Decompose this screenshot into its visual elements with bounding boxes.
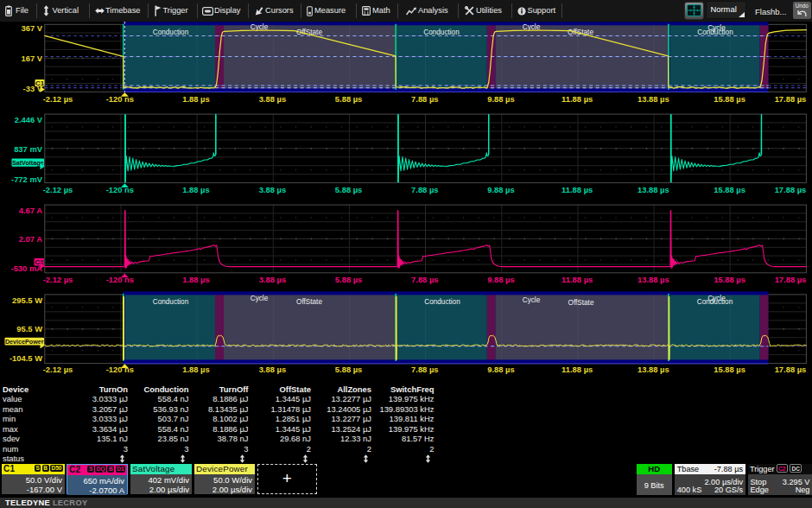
svg-text:2.446 V: 2.446 V — [15, 115, 43, 124]
svg-text:-2.12 µs: -2.12 µs — [43, 365, 73, 374]
svg-text:17.88 µs: 17.88 µs — [775, 185, 807, 194]
svg-text:7.88 µs: 7.88 µs — [411, 94, 438, 104]
svg-text:3.88 µs: 3.88 µs — [259, 275, 286, 284]
svg-text:-2.12 µs: -2.12 µs — [43, 94, 73, 104]
svg-text:1.88 µs: 1.88 µs — [182, 365, 209, 374]
svg-text:17.88 µs: 17.88 µs — [775, 94, 807, 104]
svg-text:-120 ns: -120 ns — [106, 185, 134, 194]
svg-text:837 mV: 837 mV — [14, 144, 43, 154]
svg-text:5.88 µs: 5.88 µs — [335, 365, 362, 374]
svg-text:13.88 µs: 13.88 µs — [638, 94, 669, 104]
svg-text:-2.12 µs: -2.12 µs — [43, 185, 73, 194]
svg-text:Conduction: Conduction — [153, 29, 189, 36]
svg-text:17.88 µs: 17.88 µs — [775, 275, 807, 284]
svg-text:Conduction: Conduction — [153, 298, 189, 306]
svg-text:-772 mV: -772 mV — [11, 175, 43, 184]
svg-text:Conduction: Conduction — [697, 298, 733, 306]
svg-text:7.88 µs: 7.88 µs — [411, 275, 438, 284]
svg-text:15.88 µs: 15.88 µs — [714, 94, 745, 104]
svg-text:-120 ns: -120 ns — [106, 275, 134, 284]
svg-text:2.07 A: 2.07 A — [19, 234, 43, 244]
svg-text:11.88 µs: 11.88 µs — [561, 365, 593, 374]
svg-text:5.88 µs: 5.88 µs — [335, 275, 362, 284]
svg-text:13.88 µs: 13.88 µs — [638, 365, 669, 374]
svg-text:15.88 µs: 15.88 µs — [714, 365, 745, 374]
svg-text:9.88 µs: 9.88 µs — [487, 365, 514, 374]
svg-text:C1: C1 — [35, 79, 45, 87]
svg-text:367 V: 367 V — [22, 23, 43, 33]
svg-text:-120 ns: -120 ns — [106, 94, 134, 104]
svg-text:1.88 µs: 1.88 µs — [182, 275, 209, 284]
svg-text:13.88 µs: 13.88 µs — [638, 275, 669, 284]
svg-text:95.5 W: 95.5 W — [16, 324, 42, 333]
svg-text:-104.5 W: -104.5 W — [10, 353, 42, 363]
svg-text:11.88 µs: 11.88 µs — [561, 185, 593, 194]
svg-text:DevicePower: DevicePower — [5, 338, 44, 346]
svg-text:13.88 µs: 13.88 µs — [638, 185, 669, 194]
svg-text:11.88 µs: 11.88 µs — [561, 275, 593, 284]
svg-text:15.88 µs: 15.88 µs — [714, 185, 745, 194]
svg-text:9.88 µs: 9.88 µs — [487, 275, 514, 284]
svg-text:15.88 µs: 15.88 µs — [714, 275, 745, 284]
svg-text:7.88 µs: 7.88 µs — [411, 365, 438, 374]
svg-text:Cycle: Cycle — [523, 296, 541, 304]
svg-text:11.88 µs: 11.88 µs — [561, 94, 593, 104]
svg-text:167 V: 167 V — [22, 54, 43, 63]
svg-text:295.5 W: 295.5 W — [12, 295, 42, 305]
svg-text:Conduction: Conduction — [423, 29, 460, 36]
svg-text:9.88 µs: 9.88 µs — [487, 185, 514, 194]
svg-text:OffState: OffState — [568, 29, 593, 36]
svg-text:OffState: OffState — [296, 298, 322, 306]
svg-text:5.88 µs: 5.88 µs — [335, 185, 362, 194]
svg-text:-120 ns: -120 ns — [106, 365, 134, 374]
svg-text:OffState: OffState — [568, 299, 594, 307]
svg-text:3.88 µs: 3.88 µs — [259, 185, 286, 194]
svg-text:3.88 µs: 3.88 µs — [259, 365, 286, 374]
svg-text:9.88 µs: 9.88 µs — [487, 94, 514, 104]
svg-text:-2.12 µs: -2.12 µs — [43, 275, 73, 284]
svg-text:4.67 A: 4.67 A — [19, 206, 43, 215]
svg-text:3.88 µs: 3.88 µs — [259, 94, 286, 104]
svg-text:Conduction: Conduction — [424, 298, 460, 306]
svg-text:7.88 µs: 7.88 µs — [411, 185, 438, 194]
svg-text:5.88 µs: 5.88 µs — [335, 94, 362, 104]
svg-text:Conduction: Conduction — [697, 29, 733, 36]
svg-text:Cycle: Cycle — [251, 295, 269, 302]
svg-text:17.88 µs: 17.88 µs — [775, 365, 807, 374]
svg-text:1.88 µs: 1.88 µs — [182, 185, 209, 194]
svg-text:SatVoltage: SatVoltage — [12, 159, 44, 167]
svg-text:1.88 µs: 1.88 µs — [182, 94, 209, 104]
